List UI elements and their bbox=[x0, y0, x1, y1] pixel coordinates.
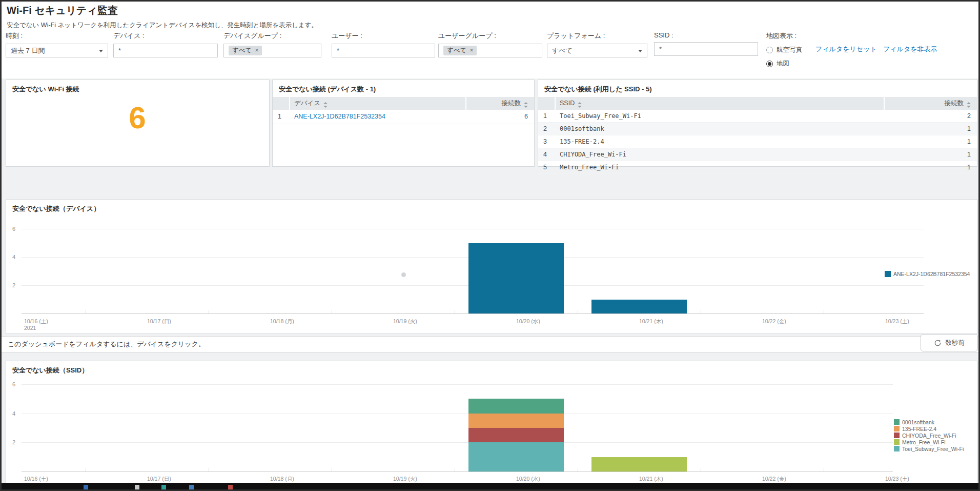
taskbar-app-icon[interactable] bbox=[228, 485, 233, 489]
taskbar-app-icon[interactable] bbox=[189, 485, 194, 489]
taskbar-app-icon[interactable] bbox=[84, 485, 88, 489]
filter-group: SSID :* bbox=[654, 31, 758, 56]
filter-label: SSID : bbox=[654, 31, 758, 39]
ssid-cell: 135-FREE-2.4 bbox=[556, 135, 885, 148]
filter-input[interactable]: すべて× bbox=[223, 44, 321, 57]
count-cell: 1 bbox=[885, 135, 977, 148]
x-axis-line bbox=[22, 472, 893, 472]
sort-down-arrow bbox=[967, 106, 971, 108]
filter-input[interactable]: * bbox=[113, 44, 218, 57]
count-cell: 2 bbox=[885, 110, 977, 122]
taskbar-app-icon[interactable] bbox=[135, 485, 139, 489]
x-axis-label: 10/23 (土) bbox=[885, 476, 909, 483]
bar-Toei_Subway_Free_Wi-Fi[interactable] bbox=[468, 442, 564, 472]
col-count-header[interactable]: 接続数 bbox=[466, 97, 534, 110]
map-option-aerial-photo[interactable]: 航空写真 bbox=[766, 46, 802, 54]
x-axis-tick bbox=[578, 468, 578, 472]
x-axis-label: 10/23 (土) bbox=[885, 318, 909, 325]
filter-value: * bbox=[337, 47, 339, 54]
sort-icon bbox=[967, 100, 971, 105]
x-axis-tick bbox=[209, 468, 209, 472]
chip-remove-icon[interactable]: × bbox=[469, 46, 473, 55]
bar-CHIYODA_Free_Wi-Fi[interactable] bbox=[468, 428, 564, 442]
table-row[interactable]: 1ANE-LX2J-1D62B781F25323546 bbox=[273, 110, 534, 124]
filter-select[interactable]: 過去 7 日間 bbox=[6, 44, 108, 57]
bar-0001softbank[interactable] bbox=[468, 399, 564, 413]
hide-filters-link[interactable]: フィルタを非表示 bbox=[883, 45, 937, 54]
chevron-down-icon bbox=[638, 50, 642, 52]
filter-input[interactable]: * bbox=[654, 42, 758, 56]
gridline bbox=[22, 229, 924, 229]
legend-item[interactable]: 135-FREE-2.4 bbox=[894, 425, 964, 432]
device-link[interactable]: ANE-LX2J-1D62B781F2532354 bbox=[294, 113, 385, 120]
radio-selected[interactable] bbox=[766, 61, 773, 67]
col-count-header[interactable]: 接続数 bbox=[885, 97, 977, 110]
ssid-cell: Toei_Subway_Free_Wi-Fi bbox=[556, 110, 885, 122]
splitter-handle[interactable] bbox=[401, 272, 406, 277]
bar-ANE-LX2J-1D62B781F2532354[interactable] bbox=[591, 300, 687, 314]
row-index: 4 bbox=[538, 148, 556, 161]
x-axis-tick bbox=[701, 310, 701, 313]
chip-remove-icon[interactable]: × bbox=[255, 46, 258, 55]
filter-input[interactable]: * bbox=[332, 44, 435, 57]
refresh-icon bbox=[934, 339, 942, 347]
bar-135-FREE-2.4[interactable] bbox=[468, 414, 564, 428]
map-option-map[interactable]: 地図 bbox=[766, 60, 802, 68]
y-axis-label: 4 bbox=[12, 254, 15, 260]
ssid-panel-title: 安全でない接続 (利用した SSID - 5) bbox=[538, 80, 977, 96]
sort-icon bbox=[578, 100, 582, 105]
radio-unselected[interactable] bbox=[766, 47, 773, 53]
x-axis-tick bbox=[455, 310, 455, 313]
filter-group: デバイス :* bbox=[113, 31, 218, 57]
filter-chip[interactable]: すべて× bbox=[443, 46, 477, 55]
count-link[interactable]: 6 bbox=[524, 113, 528, 120]
sort-up-arrow bbox=[578, 102, 582, 104]
x-axis-label: 10/18 (月) bbox=[270, 318, 294, 325]
table-row: 1Toei_Subway_Free_Wi-Fi2 bbox=[538, 110, 977, 123]
ssid-cell: CHIYODA_Free_Wi-Fi bbox=[556, 148, 885, 161]
taskbar-app-icon[interactable] bbox=[161, 485, 166, 489]
col-device-header[interactable]: デバイス bbox=[290, 97, 466, 110]
filter-select[interactable]: すべて bbox=[547, 44, 647, 57]
map-display-group: 地図表示 : 航空写真地図 bbox=[766, 31, 802, 68]
kpi-value: 6 bbox=[6, 100, 269, 135]
filter-chip[interactable]: すべて× bbox=[229, 46, 262, 55]
chart-plot-area: 24610/16 (土)10/17 (日)10/18 (月)10/19 (火)1… bbox=[6, 200, 977, 333]
refresh-status-button[interactable]: 数秒前 bbox=[921, 334, 978, 351]
filter-input[interactable]: すべて× bbox=[438, 44, 542, 57]
reset-filters-link[interactable]: フィルタをリセット bbox=[815, 45, 877, 54]
row-index: 5 bbox=[538, 161, 556, 173]
col-index-header bbox=[273, 97, 290, 110]
legend-item[interactable]: Metro_Free_Wi-Fi bbox=[894, 439, 964, 445]
x-axis-label: 10/21 (木) bbox=[639, 318, 663, 325]
count-cell: 6 bbox=[466, 110, 534, 124]
sort-up-arrow bbox=[967, 102, 971, 104]
bar-Metro_Free_Wi-Fi[interactable] bbox=[591, 457, 687, 472]
legend-label: ANE-LX2J-1D62B781F2532354 bbox=[893, 271, 970, 277]
filter-group: プラットフォーム :すべて bbox=[547, 31, 647, 57]
legend-swatch bbox=[894, 439, 900, 445]
legend-item[interactable]: Toei_Subway_Free_Wi-Fi bbox=[894, 445, 964, 452]
y-axis-label: 6 bbox=[12, 381, 15, 387]
year-label: 2021 bbox=[24, 325, 36, 331]
windows-taskbar[interactable] bbox=[2, 483, 978, 491]
ssid-cell: Metro_Free_Wi-Fi bbox=[556, 161, 885, 173]
device-panel-title: 安全でない接続 (デバイス数 - 1) bbox=[273, 80, 534, 96]
x-axis-label: 10/20 (水) bbox=[516, 476, 540, 483]
legend-item[interactable]: CHIYODA_Free_Wi-Fi bbox=[894, 432, 964, 439]
x-axis-tick bbox=[701, 468, 701, 472]
y-axis-label: 2 bbox=[12, 282, 15, 288]
hint-text: このダッシュボードをフィルタするには、デバイスをクリック。 bbox=[8, 337, 205, 352]
row-index: 1 bbox=[273, 110, 290, 124]
gridline bbox=[22, 414, 893, 414]
legend-item[interactable]: 0001softbank bbox=[894, 419, 964, 425]
legend-item[interactable]: ANE-LX2J-1D62B781F2532354 bbox=[885, 270, 970, 278]
sort-down-arrow bbox=[323, 106, 328, 108]
device-cell: ANE-LX2J-1D62B781F2532354 bbox=[290, 110, 466, 124]
gridline bbox=[22, 442, 893, 443]
filter-group: 時刻 :過去 7 日間 bbox=[6, 31, 108, 57]
wifi-security-audit-dashboard: Wi-Fi セキュリティ監査 安全でない Wi-Fi ネットワークを利用したクラ… bbox=[0, 0, 980, 491]
gridline bbox=[22, 384, 893, 385]
col-ssid-header[interactable]: SSID bbox=[556, 97, 885, 110]
bar-ANE-LX2J-1D62B781F2532354[interactable] bbox=[468, 243, 564, 314]
